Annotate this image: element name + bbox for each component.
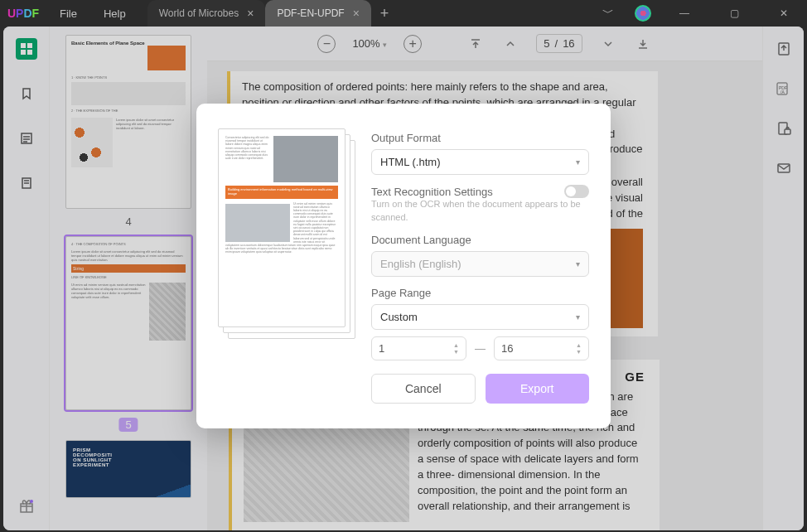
chevron-down-icon: ▾ xyxy=(576,157,580,167)
export-dialog: Consectetur adipiscing elit sed do eiusm… xyxy=(196,104,611,428)
export-button[interactable]: Export xyxy=(486,374,590,404)
chevron-down-icon: ▾ xyxy=(576,259,580,268)
chevron-down-icon: ▾ xyxy=(576,312,580,322)
export-form: Output Format HTML (.htm) ▾ Text Recogni… xyxy=(371,128,589,404)
range-to-input[interactable]: 16 ▲▼ xyxy=(494,336,589,360)
range-separator: — xyxy=(475,342,486,355)
ocr-hint: Turn on the OCR when the document appear… xyxy=(371,198,589,224)
language-label: Document Language xyxy=(371,234,589,246)
cancel-button[interactable]: Cancel xyxy=(371,374,476,404)
stepper-icon[interactable]: ▲▼ xyxy=(453,342,459,355)
page-range-label: Page Range xyxy=(371,287,589,299)
modal-overlay: Consectetur adipiscing elit sed do eiusm… xyxy=(0,0,807,532)
output-format-select[interactable]: HTML (.htm) ▾ xyxy=(371,149,589,175)
stepper-icon[interactable]: ▲▼ xyxy=(576,342,582,355)
range-from-input[interactable]: 1 ▲▼ xyxy=(371,336,466,360)
ocr-toggle[interactable] xyxy=(564,185,589,198)
page-range-inputs: 1 ▲▼ — 16 ▲▼ xyxy=(371,336,589,360)
page-range-select[interactable]: Custom ▾ xyxy=(371,304,589,330)
output-format-label: Output Format xyxy=(371,132,589,144)
ocr-label: Text Recognition Settings xyxy=(371,185,589,198)
page-preview: Consectetur adipiscing elit sed do eiusm… xyxy=(218,128,355,344)
dialog-buttons: Cancel Export xyxy=(371,374,589,404)
language-select[interactable]: English (English) ▾ xyxy=(371,251,589,277)
